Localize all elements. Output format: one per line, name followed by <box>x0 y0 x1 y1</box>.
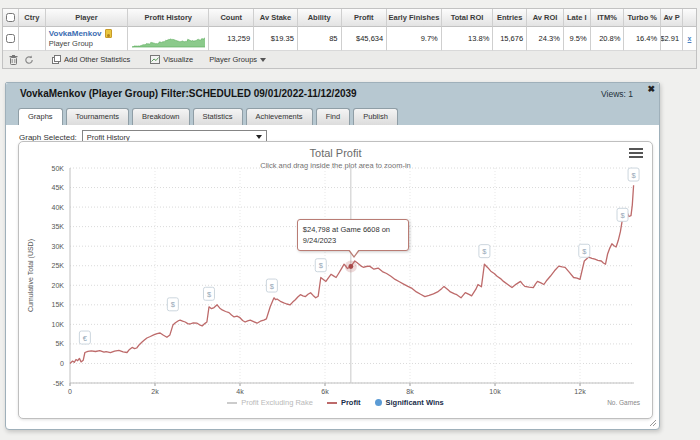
results-table: Ctry Player Profit History Count Av Stak… <box>2 8 697 69</box>
player-type: Player Group <box>49 39 112 49</box>
chevron-down-icon <box>256 135 262 139</box>
y-tick-label: 40K <box>52 204 65 211</box>
select-all-checkbox[interactable] <box>6 13 15 22</box>
legend-dot-icon <box>375 399 382 406</box>
visualize-label: Visualize <box>163 55 193 64</box>
entries-value: 15,676 <box>493 27 527 51</box>
page: { "results_table": { "columns": ["", "Ct… <box>0 0 700 440</box>
col-end-spacer <box>683 9 696 27</box>
resize-grip-icon[interactable] <box>649 419 657 427</box>
profit-chart[interactable]: -5K05K10K15K20K25K30K35K40K45K50K02k4k6k… <box>19 142 654 420</box>
av-p-value: $2.91 <box>661 27 683 51</box>
x-tick-label: 12k <box>574 388 586 395</box>
x-tick-label: 10k <box>489 388 501 395</box>
col-av-p[interactable]: Av P <box>661 9 683 27</box>
legend-dash-icon <box>327 402 337 404</box>
tab-find[interactable]: Find <box>316 108 351 125</box>
chevron-down-icon <box>260 58 266 62</box>
col-late[interactable]: Late I <box>564 9 591 27</box>
profit-value: $45,634 <box>342 27 388 51</box>
y-tick-label: 25K <box>52 262 65 269</box>
x-axis-title: No. Games <box>607 399 640 406</box>
hover-marker <box>348 264 353 269</box>
delete-icon[interactable] <box>9 55 18 65</box>
legend-dash-icon <box>227 402 237 404</box>
sparkline-chart <box>131 30 205 48</box>
col-profit-history[interactable]: Profit History <box>128 9 209 27</box>
x-tick-label: 4k <box>236 388 244 395</box>
sparkline-area <box>132 33 205 47</box>
av-stake-value: $19.35 <box>254 27 298 51</box>
add-other-statistics-label: Add Other Statistics <box>64 55 130 64</box>
table-toolbar: Add Other Statistics Visualize Player Gr… <box>3 51 696 68</box>
col-total-roi[interactable]: Total ROI <box>442 9 494 27</box>
col-profit[interactable]: Profit <box>342 9 388 27</box>
itm-value: 20.8% <box>591 27 625 51</box>
views-count: Views: 1 <box>601 89 633 99</box>
late-value: 9.5% <box>564 27 591 51</box>
y-tick-label: 5K <box>55 340 64 347</box>
player-cell[interactable]: VovkaMenkov Player Group <box>46 27 128 51</box>
tab-graphs[interactable]: Graphs <box>18 108 63 125</box>
tooltip-line1: $24,798 at Game 6608 on <box>303 224 403 235</box>
tab-achievements[interactable]: Achievements <box>246 108 313 125</box>
window-title: VovkaMenkov (Player Group) Filter:SCHEDU… <box>20 88 357 99</box>
x-tick-label: 8k <box>406 388 414 395</box>
chart-tooltip: $24,798 at Game 6608 on 9/24/2023 <box>297 219 409 251</box>
col-itm[interactable]: ITM% <box>591 9 625 27</box>
y-tick-label: 50K <box>52 165 65 172</box>
col-ability[interactable]: Ability <box>298 9 342 27</box>
x-tick-label: 0 <box>68 388 72 395</box>
early-finishes-value: 9.7% <box>387 27 442 51</box>
col-early-finishes[interactable]: Early Finishes <box>387 9 442 27</box>
table-row[interactable]: VovkaMenkov Player Group 13,259 $19.35 8… <box>3 27 696 51</box>
y-tick-label: 10K <box>52 321 65 328</box>
player-name[interactable]: VovkaMenkov <box>49 29 102 39</box>
expand-icon[interactable]: x <box>688 35 692 42</box>
row-select-cell <box>3 27 19 51</box>
tab-breakdown[interactable]: Breakdown <box>132 108 190 125</box>
player-groups-label: Player Groups <box>209 55 257 64</box>
x-tick-label: 2k <box>151 388 159 395</box>
row-checkbox[interactable] <box>6 34 15 43</box>
av-roi-value: 24.3% <box>527 27 564 51</box>
col-ctry[interactable]: Ctry <box>19 9 46 27</box>
add-other-statistics-button[interactable]: Add Other Statistics <box>52 55 130 64</box>
player-groups-dropdown[interactable]: Player Groups <box>209 55 266 64</box>
tooltip-line2: 9/24/2023 <box>303 235 403 246</box>
col-player[interactable]: Player <box>46 9 128 27</box>
col-turbo[interactable]: Turbo % <box>624 9 661 27</box>
legend-significant-wins[interactable]: Significant Wins <box>375 398 444 407</box>
y-tick-label: 45K <box>52 184 65 191</box>
expand-cell: x <box>683 27 696 51</box>
close-icon[interactable]: ✖ <box>647 84 655 94</box>
tab-statistics[interactable]: Statistics <box>193 108 243 125</box>
y-axis-title: Cumulative Total (USD) <box>27 239 35 312</box>
legend-label: Significant Wins <box>386 398 444 407</box>
results-header-row: Ctry Player Profit History Count Av Stak… <box>3 9 696 27</box>
legend-label: Profit Excluding Rake <box>241 398 313 407</box>
chart-panel: Total Profit Click and drag inside the p… <box>18 141 653 419</box>
col-av-roi[interactable]: Av ROI <box>527 9 564 27</box>
legend-profit-excluding-rake[interactable]: Profit Excluding Rake <box>227 398 313 407</box>
x-tick-label: 6k <box>321 388 329 395</box>
select-all-cell <box>3 9 19 27</box>
total-roi-value: 13.8% <box>442 27 494 51</box>
tab-tournaments[interactable]: Tournaments <box>66 108 129 125</box>
country-cell <box>19 27 46 51</box>
col-av-stake[interactable]: Av Stake <box>254 9 298 27</box>
col-entries[interactable]: Entries <box>493 9 527 27</box>
refresh-icon[interactable] <box>24 55 34 65</box>
player-group-window: VovkaMenkov (Player Group) Filter:SCHEDU… <box>5 82 660 430</box>
col-count[interactable]: Count <box>209 9 254 27</box>
legend-profit[interactable]: Profit <box>327 398 361 407</box>
y-tick-label: 0 <box>60 360 64 367</box>
player-badge-icon <box>105 29 112 38</box>
visualize-button[interactable]: Visualize <box>150 55 193 64</box>
legend-label: Profit <box>341 398 361 407</box>
turbo-value: 16.4% <box>624 27 661 51</box>
y-tick-label: 20K <box>52 282 65 289</box>
tab-publish[interactable]: Publish <box>353 108 398 125</box>
profit-history-sparkline[interactable] <box>128 27 209 51</box>
tab-bar: GraphsTournamentsBreakdownStatisticsAchi… <box>18 108 398 125</box>
